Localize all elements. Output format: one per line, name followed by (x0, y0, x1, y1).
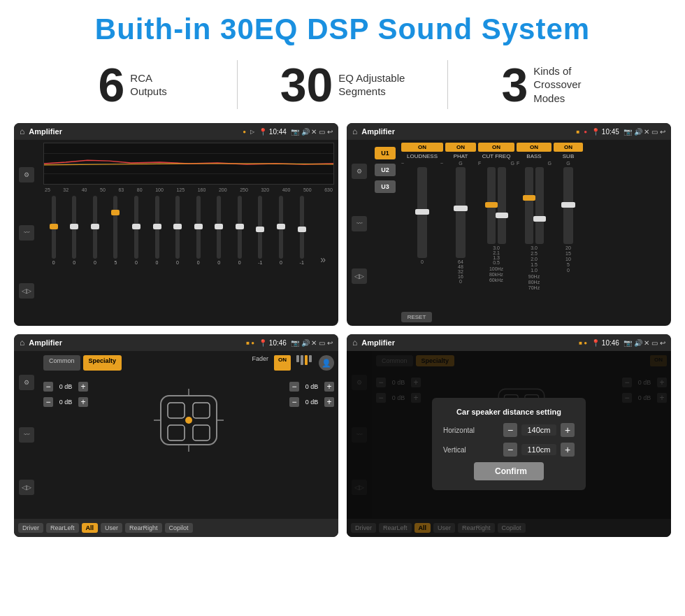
home-icon[interactable]: ⌂ (20, 127, 24, 136)
cross-reset-btn[interactable]: RESET (401, 312, 432, 322)
cutfreq-slider1[interactable] (487, 167, 496, 244)
fader-user-btn[interactable]: User (101, 523, 122, 533)
eq-slider-6[interactable]: 0 (175, 196, 180, 265)
eq-icon-2[interactable]: 〰 (19, 225, 34, 241)
phat-on-btn[interactable]: ON (445, 143, 476, 152)
cross-channels: ON LOUDNESS ~~ 0 ON PHAT G (398, 140, 671, 308)
cross-u3-btn[interactable]: U3 (375, 180, 396, 193)
eq-slider-9[interactable]: 0 (238, 196, 242, 265)
cross-icon-2[interactable]: 〰 (352, 216, 367, 231)
eq-slider-11[interactable]: 0 (279, 196, 283, 265)
eq-icon-1[interactable]: ⚙ (19, 167, 34, 182)
eq-slider-4[interactable]: 0 (134, 196, 138, 265)
left-vol-minus-2[interactable]: − (43, 397, 53, 407)
channel-phat: ON PHAT G 644832160 (445, 143, 476, 305)
fader-rearright-btn[interactable]: RearRight (125, 523, 162, 533)
dialog-title: Car speaker distance setting (443, 408, 575, 416)
loudness-slider-v[interactable] (417, 167, 427, 258)
eq-slider-5[interactable]: 0 (155, 196, 159, 265)
channel-bass: ON BASS FG 3.02.52.01.51.0 (517, 143, 551, 305)
user-icon[interactable]: 👤 (319, 355, 334, 371)
eq-expand-icon[interactable]: » (320, 254, 326, 265)
cross-icon-1[interactable]: ⚙ (352, 164, 367, 179)
fader-content: ⚙ 〰 ◁▷ Common Specialty Fader ON (14, 351, 338, 519)
fader-on-btn[interactable]: ON (274, 355, 291, 371)
eq-val-5: 0 (156, 260, 159, 265)
confirm-button[interactable]: Confirm (474, 462, 544, 480)
eq-slider-10[interactable]: -1 (258, 196, 262, 265)
eq-slider-3[interactable]: 5 (113, 196, 117, 265)
vertical-plus-btn[interactable]: + (561, 443, 575, 457)
eq-slider-0[interactable]: 0 (52, 196, 56, 265)
phat-slider-v[interactable] (456, 167, 466, 258)
right-vol-minus-1[interactable]: − (289, 382, 299, 392)
bass-name: BASS (526, 153, 541, 159)
right-vol-minus-2[interactable]: − (289, 397, 299, 407)
channel-sub: ON SUB G 20151050 (554, 143, 583, 305)
stat-crossover: 3 Kinds ofCrossover Modes (462, 61, 643, 108)
home-icon-dialog[interactable]: ⌂ (352, 338, 357, 348)
dialog-vertical-stepper: − 110cm + (503, 443, 575, 457)
cross-u2-btn[interactable]: U2 (375, 164, 396, 176)
fader-icon-1[interactable]: ⚙ (19, 375, 34, 390)
fader-main-area: Common Specialty Fader ON 👤 (39, 351, 338, 519)
stats-row: 6 RCAOutputs 30 EQ AdjustableSegments 3 … (0, 53, 685, 119)
horizontal-plus-btn[interactable]: + (561, 423, 575, 437)
right-vol-plus-1[interactable]: + (324, 382, 334, 392)
horizontal-minus-btn[interactable]: − (503, 423, 517, 437)
cross-preset-buttons: U1 U2 U3 (372, 140, 398, 308)
sub-slider-v[interactable] (563, 167, 573, 244)
right-vol-val-1: 0 dB (302, 383, 322, 390)
eq-val-8: 0 (217, 260, 220, 265)
topbar-title-dialog: Amplifier (361, 338, 575, 347)
cross-icon-3[interactable]: ◁▷ (352, 268, 367, 284)
svg-rect-5 (168, 403, 185, 418)
screens-grid: ⌂ Amplifier ● ▷ 📍 10:44 📷 🔊 ✕ ▭ ↩ ⚙ 〰 ◁▷ (0, 119, 685, 544)
right-vol-val-2: 0 dB (302, 399, 322, 406)
fader-icon-2[interactable]: 〰 (19, 427, 34, 443)
fader-icon-3[interactable]: ◁▷ (19, 480, 34, 495)
eq-slider-12[interactable]: -1 (300, 196, 304, 265)
cutfreq-on-btn[interactable]: ON (478, 143, 514, 152)
fader-tab-specialty[interactable]: Specialty (83, 355, 122, 371)
loudness-on-btn[interactable]: ON (401, 143, 443, 152)
fader-tab-common[interactable]: Common (43, 355, 80, 371)
dialog-vertical-row: Vertical − 110cm + (443, 443, 575, 457)
topbar-time-cross: 📍 10:45 (591, 128, 619, 136)
left-vol-plus-2[interactable]: + (78, 397, 88, 407)
right-vol-plus-2[interactable]: + (324, 397, 334, 407)
fader-copilot-btn[interactable]: Copilot (165, 523, 193, 533)
eq-sidebar: ⚙ 〰 ◁▷ (14, 140, 39, 326)
bass-on-btn[interactable]: ON (517, 143, 551, 152)
topbar-dot-cross: ■ (576, 129, 579, 135)
right-vol-1: − 0 dB + (289, 382, 334, 392)
left-vol-plus-1[interactable]: + (78, 382, 88, 392)
topbar-icons-dialog: 📷 🔊 ✕ ▭ ↩ (623, 339, 665, 347)
eq-slider-7[interactable]: 0 (196, 196, 201, 265)
vertical-minus-btn[interactable]: − (503, 443, 517, 457)
home-icon-fader[interactable]: ⌂ (20, 338, 24, 348)
cutfreq-slider2[interactable] (498, 167, 506, 244)
phat-name: PHAT (454, 153, 468, 159)
eq-icon-3[interactable]: ◁▷ (19, 283, 34, 299)
fader-rearleft-btn[interactable]: RearLeft (46, 523, 79, 533)
home-icon-cross[interactable]: ⌂ (352, 127, 357, 136)
divider-2 (447, 60, 448, 109)
left-vol-minus-1[interactable]: − (43, 382, 53, 392)
bass-slider1[interactable] (525, 167, 533, 244)
sub-on-btn[interactable]: ON (554, 143, 583, 152)
page-title: Buith-in 30EQ DSP Sound System (0, 0, 685, 53)
bass-slider2[interactable] (535, 167, 544, 244)
topbar-dialog: ⌂ Amplifier ■ ● 📍 10:46 📷 🔊 ✕ ▭ ↩ (347, 334, 671, 351)
eq-slider-2[interactable]: 0 (93, 196, 97, 265)
fader-driver-btn[interactable]: Driver (18, 523, 43, 533)
eq-slider-1[interactable]: 0 (72, 196, 76, 265)
eq-val-9: 0 (238, 260, 241, 265)
cross-u1-btn[interactable]: U1 (375, 147, 396, 159)
eq-slider-8[interactable]: 0 (217, 196, 221, 265)
eq-val-6: 0 (176, 260, 179, 265)
topbar-eq: ⌂ Amplifier ● ▷ 📍 10:44 📷 🔊 ✕ ▭ ↩ (14, 123, 338, 140)
fader-all-btn[interactable]: All (82, 523, 99, 533)
stat-label-crossover: Kinds ofCrossover Modes (533, 64, 603, 106)
topbar-cross: ⌂ Amplifier ■ ● 📍 10:45 📷 🔊 ✕ ▭ ↩ (347, 123, 671, 140)
